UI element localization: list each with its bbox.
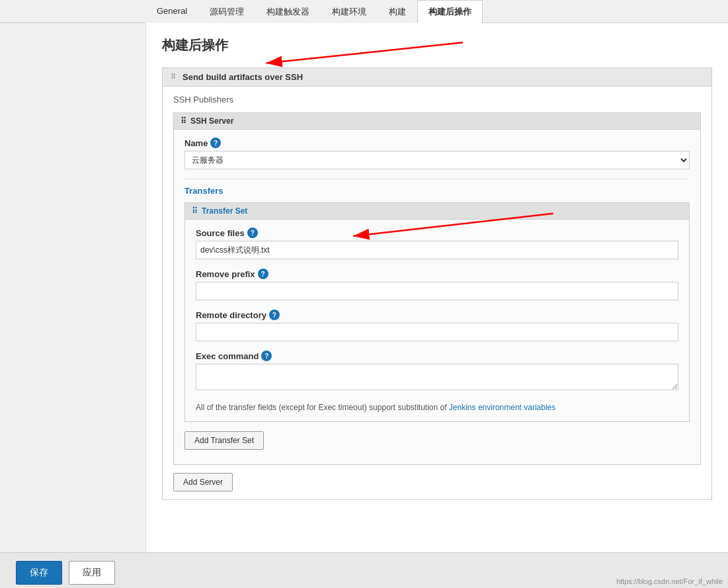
tab-source[interactable]: 源码管理 [198,0,255,23]
source-files-label: Source files ? [196,228,678,238]
jenkins-env-vars-link[interactable]: Jenkins environment variables [449,403,555,412]
info-text: All of the transfer fields (except for E… [196,401,678,413]
tab-trigger[interactable]: 构建触发器 [255,0,321,23]
remote-directory-input[interactable] [196,323,678,341]
remote-directory-help-icon[interactable]: ? [269,310,280,320]
remote-directory-label: Remote directory ? [196,310,678,320]
transfer-set-section: ⠿ Transfer Set Source files ? [184,202,690,422]
transfer-set-body: Source files ? Remove prefix [185,220,689,421]
remove-prefix-help-icon[interactable]: ? [258,269,268,279]
ssh-server-body: Name ? 云服务器 Transfers [174,130,700,464]
drag-handle-icon: ⠿ [171,73,176,81]
exec-command-text: Exec command [196,351,259,361]
source-files-help-icon[interactable]: ? [247,228,258,238]
sidebar [0,23,145,552]
section-header: ⠿ Send build artifacts over SSH [163,68,711,87]
remove-prefix-input[interactable] [196,282,678,300]
add-transfer-set-button[interactable]: Add Transfer Set [184,431,264,450]
apply-button[interactable]: 应用 [69,561,115,585]
exec-command-input[interactable] [196,364,678,390]
name-field-row: Name ? 云服务器 [184,138,690,169]
exec-command-label: Exec command ? [196,351,678,361]
tab-post-build[interactable]: 构建后操作 [417,0,483,23]
tab-general[interactable]: General [145,0,198,23]
exec-command-row: Exec command ? [196,351,678,392]
exec-command-help-icon[interactable]: ? [261,351,272,361]
send-artifacts-section: ⠿ Send build artifacts over SSH SSH Publ… [162,67,712,500]
transfers-label: Transfers [184,186,690,196]
watermark: https://blog.csdn.net/For_if_while [616,577,723,585]
ssh-server-label: SSH Server [190,116,233,126]
info-text-prefix: All of the transfer fields (except for E… [196,403,449,412]
transfer-set-header: ⠿ Transfer Set [185,203,689,220]
tab-build[interactable]: 构建 [378,0,417,23]
remote-directory-row: Remote directory ? [196,310,678,341]
transfer-set-label: Transfer Set [202,206,247,216]
remote-directory-text: Remote directory [196,310,266,320]
name-field-label: Name ? [184,138,690,148]
remove-prefix-label: Remove prefix ? [196,269,678,279]
divider-1 [184,179,690,179]
section-header-label: Send build artifacts over SSH [182,72,303,82]
ssh-drag-icon: ⠿ [181,116,186,126]
tab-bar: General 源码管理 构建触发器 构建环境 构建 构建后操作 [0,0,728,23]
ssh-server-header: ⠿ SSH Server [174,113,700,130]
add-server-button[interactable]: Add Server [173,473,233,491]
source-files-text: Source files [196,228,245,238]
page-title: 构建后操作 [162,36,712,54]
ssh-server-section: ⠿ SSH Server Name ? [173,112,701,465]
transfer-drag-icon: ⠿ [192,206,198,216]
section-body: SSH Publishers ⠿ SSH Server Na [163,87,711,499]
tab-env[interactable]: 构建环境 [321,0,378,23]
save-button[interactable]: 保存 [16,561,62,585]
source-files-input[interactable] [196,241,678,259]
content-panel: 构建后操作 ⠿ Send build artifacts over SSH SS… [145,23,728,552]
remove-prefix-row: Remove prefix ? [196,269,678,300]
remove-prefix-text: Remove prefix [196,269,255,279]
name-help-icon[interactable]: ? [210,138,221,148]
name-label-text: Name [184,138,208,148]
publishers-label: SSH Publishers [173,95,701,105]
name-dropdown[interactable]: 云服务器 [184,151,690,169]
source-files-row: Source files ? [196,228,678,259]
